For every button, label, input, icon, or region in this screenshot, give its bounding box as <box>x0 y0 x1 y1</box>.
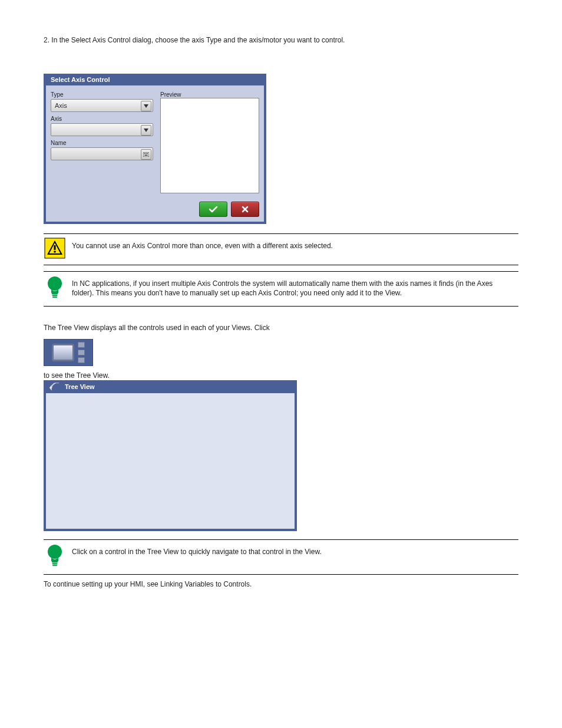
svg-marker-0 <box>144 104 148 108</box>
chevron-down-icon[interactable] <box>141 101 151 111</box>
lightbulb-icon <box>44 543 66 568</box>
name-label: Name <box>51 140 153 146</box>
svg-point-14 <box>48 276 62 291</box>
type-select[interactable]: Axis <box>51 99 153 112</box>
dialog-title: Select Axis Control <box>51 76 110 83</box>
svg-marker-1 <box>144 129 148 132</box>
svg-rect-21 <box>52 565 57 566</box>
name-input[interactable] <box>51 147 153 160</box>
back-arrow-icon[interactable] <box>48 381 61 392</box>
svg-point-18 <box>48 545 62 559</box>
type-label: Type <box>51 91 153 98</box>
tree-view-body <box>46 393 295 529</box>
svg-rect-20 <box>52 564 58 565</box>
tree-view-dialog: Tree View <box>44 380 297 531</box>
svg-rect-4 <box>146 153 147 154</box>
tree-view-title: Tree View <box>65 383 95 390</box>
axis-field: Axis <box>51 116 153 136</box>
keyboard-icon[interactable] <box>141 149 151 160</box>
axis-label: Axis <box>51 116 153 122</box>
svg-rect-19 <box>52 561 58 562</box>
warning-text: You cannot use an Axis Control more than… <box>72 238 518 251</box>
svg-rect-12 <box>54 245 56 250</box>
svg-rect-5 <box>147 153 148 154</box>
warning-icon <box>44 238 66 259</box>
chevron-down-icon[interactable] <box>141 125 151 136</box>
type-select-value: Axis <box>55 102 67 109</box>
tree-view-button-icon <box>44 339 93 366</box>
cancel-button[interactable] <box>231 202 259 217</box>
type-field: Type Axis <box>51 91 153 112</box>
axis-select[interactable] <box>51 123 153 136</box>
tip-text-1: In NC applications, if you insert multip… <box>72 275 518 298</box>
svg-point-13 <box>54 251 56 253</box>
warning-callout: You cannot use an Axis Control more than… <box>44 233 518 265</box>
name-field: Name <box>51 140 153 160</box>
tip-callout-2: Click on a control in the Tree View to q… <box>44 539 518 575</box>
preview-pane <box>160 98 259 193</box>
intro-text: 2. In the Select Axis Control dialog, ch… <box>44 35 518 45</box>
treeview-lead-after: to see the Tree View. <box>44 371 518 381</box>
tip-callout-1: In NC applications, if you insert multip… <box>44 271 518 307</box>
svg-rect-3 <box>144 153 146 154</box>
lightbulb-icon <box>44 275 66 300</box>
svg-rect-2 <box>143 152 149 157</box>
preview-label: Preview <box>160 91 259 98</box>
closing-text: To continue setting up your HMI, see Lin… <box>44 579 518 589</box>
select-axis-control-dialog: Select Axis Control Type Axis Axis <box>44 74 266 224</box>
dialog-titlebar: Select Axis Control <box>46 74 264 85</box>
svg-rect-16 <box>52 295 58 296</box>
treeview-lead: The Tree View displays all the controls … <box>44 323 518 333</box>
svg-rect-6 <box>145 154 148 156</box>
ok-button[interactable] <box>199 202 227 217</box>
svg-rect-17 <box>52 297 57 298</box>
tree-view-titlebar: Tree View <box>46 380 295 393</box>
svg-rect-15 <box>52 293 58 294</box>
tip-text-2: Click on a control in the Tree View to q… <box>72 543 518 556</box>
